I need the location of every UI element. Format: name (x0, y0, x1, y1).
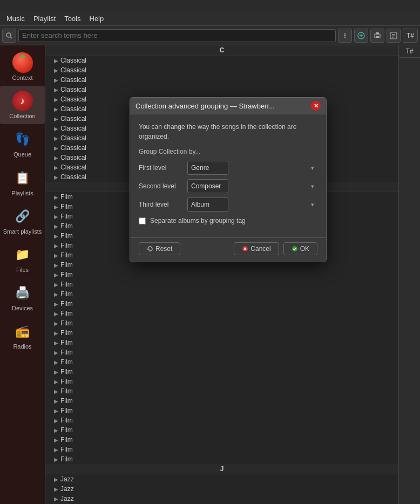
sidebar-label-context: Context (12, 74, 33, 81)
tree-item-text: Jazz (60, 485, 74, 493)
first-level-select-wrapper: GenreArtistAlbumAlbumArtistComposerDiscY… (187, 161, 317, 175)
tree-arrow: ▶ (54, 340, 58, 346)
second-level-select[interactable]: GenreArtistAlbumAlbumArtistComposerDiscY… (187, 179, 228, 193)
tree-item[interactable]: ▶Film (45, 309, 398, 318)
tree-item[interactable]: ▶Jazz (45, 474, 398, 484)
toolbar-add-btn[interactable] (354, 29, 368, 43)
toolbar-extra-btn[interactable] (387, 29, 401, 43)
second-level-label: Second level (139, 182, 187, 190)
menu-playlist[interactable]: Playlist (29, 13, 60, 24)
tree-arrow: ▶ (54, 437, 58, 443)
tree-arrow: ▶ (54, 486, 58, 492)
svg-point-2 (344, 33, 346, 34)
tree-item[interactable]: ▶Jazz (45, 484, 398, 494)
tree-arrow: ▶ (54, 135, 58, 141)
reset-button[interactable]: Reset (139, 242, 180, 255)
add-icon (357, 32, 365, 39)
menu-tools[interactable]: Tools (60, 13, 85, 24)
tree-arrow: ▶ (54, 369, 58, 375)
dialog-close-button[interactable]: ✕ (311, 101, 321, 111)
title-bar (0, 0, 420, 12)
t-hash-label: T# (403, 29, 418, 43)
tree-arrow: ▶ (54, 67, 58, 73)
tree-item[interactable]: ▶Film (45, 280, 398, 289)
svg-point-3 (344, 35, 346, 36)
tree-item[interactable]: ▶Film (45, 396, 398, 406)
tree-arrow: ▶ (54, 408, 58, 414)
tree-item-text: Classical (60, 144, 86, 152)
svg-rect-10 (376, 36, 379, 38)
tree-item-text: Classical (60, 105, 86, 113)
tree-arrow: ▶ (54, 282, 58, 288)
tree-item-text: Film (60, 193, 73, 201)
cancel-button[interactable]: Cancel (234, 242, 279, 255)
tree-item-text: Film (60, 251, 73, 259)
tree-item-text: Film (60, 358, 73, 366)
tree-item[interactable]: ▶Film (45, 328, 398, 338)
sidebar-item-collection[interactable]: Collection (0, 86, 45, 124)
tree-item[interactable]: ▶Film (45, 406, 398, 416)
toolbar-print-btn[interactable] (370, 29, 384, 43)
tree-item[interactable]: ▶Film (45, 454, 398, 464)
tree-arrow: ▶ (54, 126, 58, 132)
tree-item-text: Film (60, 387, 73, 395)
extra-icon (390, 32, 397, 39)
tree-item[interactable]: ▶Film (45, 270, 398, 280)
right-panel: T# (398, 45, 420, 504)
separate-albums-checkbox[interactable] (139, 217, 146, 224)
first-level-select[interactable]: GenreArtistAlbumAlbumArtistComposerDiscY… (187, 161, 228, 175)
tree-arrow: ▶ (54, 194, 58, 200)
sidebar-item-context[interactable]: Context (0, 47, 45, 86)
tree-arrow: ▶ (54, 77, 58, 83)
tree-item[interactable]: ▶Film (45, 338, 398, 348)
tree-item[interactable]: ▶Film (45, 425, 398, 435)
tree-item[interactable]: ▶Film (45, 435, 398, 445)
sidebar-item-devices[interactable]: 🖨️ Devices (0, 278, 45, 316)
tree-item[interactable]: ▶Film (45, 445, 398, 454)
tree-item[interactable]: ▶Film (45, 386, 398, 396)
tree-item[interactable]: ▶Film (45, 377, 398, 386)
toolbar-options-btn[interactable] (338, 29, 352, 43)
menu-bar: Music Playlist Tools Help (0, 12, 420, 26)
sidebar-label-radios: Radios (13, 343, 31, 350)
tree-item[interactable]: ▶Classical (45, 65, 398, 75)
tree-item[interactable]: ▶Classical (45, 56, 398, 65)
tree-item[interactable]: ▶Film (45, 367, 398, 377)
menu-help[interactable]: Help (85, 13, 109, 24)
sidebar-item-playlists[interactable]: 📋 Playlists (0, 163, 45, 201)
tree-item[interactable]: ▶Film (45, 289, 398, 299)
tree-item[interactable]: ▶Film (45, 299, 398, 309)
ok-button[interactable]: OK (283, 242, 317, 255)
sidebar-item-queue[interactable]: 👣 Queue (0, 124, 45, 162)
tree-item-text: Film (60, 349, 73, 356)
menu-music[interactable]: Music (2, 13, 29, 24)
tree-item-text: Film (60, 368, 73, 376)
tree-item-text: Film (60, 436, 73, 444)
tree-item-text: Film (60, 310, 73, 317)
second-level-select-wrapper: GenreArtistAlbumAlbumArtistComposerDiscY… (187, 179, 317, 193)
tree-item-text: Jazz (60, 475, 74, 483)
search-input[interactable] (22, 31, 332, 39)
tree-item-text: Film (60, 300, 73, 308)
tree-item-text: Classical (60, 173, 86, 181)
options-icon (341, 32, 349, 39)
tree-arrow: ▶ (54, 97, 58, 103)
tree-item[interactable]: ▶Classical (45, 75, 398, 85)
toolbar: T# (0, 26, 420, 45)
tree-item[interactable]: ▶Film (45, 348, 398, 357)
dialog-title: Collection advanced grouping — Strawberr… (136, 102, 275, 110)
toolbar-search-btn[interactable] (2, 29, 16, 43)
section-header-C: C (45, 45, 398, 56)
tree-item[interactable]: ▶Jazz (45, 494, 398, 503)
tree-item[interactable]: ▶Classical (45, 85, 398, 94)
separate-albums-label: Separate albums by grouping tag (150, 217, 246, 224)
tree-item[interactable]: ▶Film (45, 318, 398, 328)
sidebar-item-files[interactable]: 📁 Files (0, 240, 45, 278)
third-level-row: Third level GenreArtistAlbumAlbumArtistC… (139, 197, 317, 212)
sidebar-label-files: Files (16, 267, 29, 274)
tree-item[interactable]: ▶Film (45, 416, 398, 425)
sidebar-item-radios[interactable]: 📻 Radios (0, 316, 45, 355)
tree-item[interactable]: ▶Film (45, 357, 398, 367)
third-level-select[interactable]: GenreArtistAlbumAlbumArtistComposerDiscY… (187, 197, 228, 212)
sidebar-item-smart-playlists[interactable]: 🔗 Smart playlists (0, 201, 45, 240)
